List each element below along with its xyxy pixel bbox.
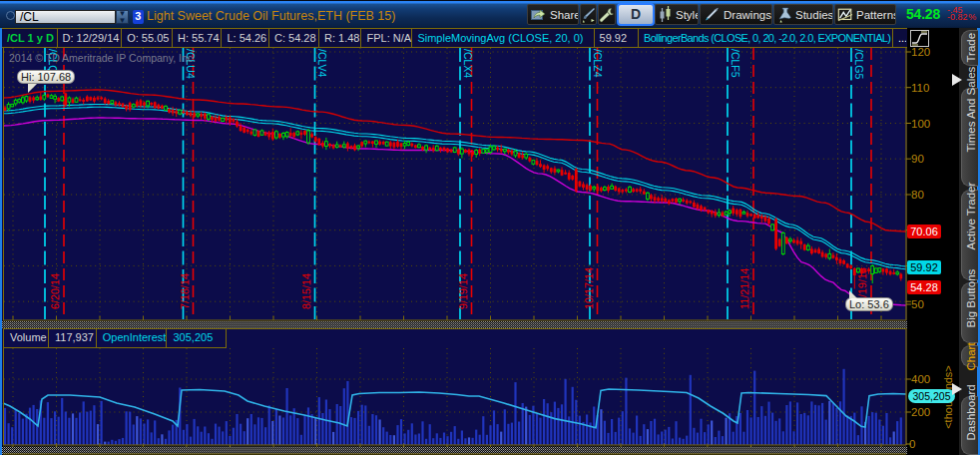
- svg-text:/CLZ4: /CLZ4: [592, 49, 604, 78]
- svg-text:8/15/14: 8/15/14: [300, 273, 312, 309]
- svg-text:/CLV4: /CLV4: [316, 49, 328, 78]
- svg-text:9/19/14: 9/19/14: [457, 273, 469, 309]
- svg-text:/CLF5: /CLF5: [730, 49, 741, 78]
- svg-text:/CLX4: /CLX4: [462, 49, 474, 78]
- svg-text:7/18/14: 7/18/14: [179, 273, 191, 309]
- svg-text:6/20/14: 6/20/14: [49, 273, 61, 309]
- svg-text:/CLG5: /CLG5: [853, 49, 865, 80]
- svg-text:10/17/14: 10/17/14: [583, 267, 595, 309]
- svg-text:11/21/14: 11/21/14: [738, 268, 750, 309]
